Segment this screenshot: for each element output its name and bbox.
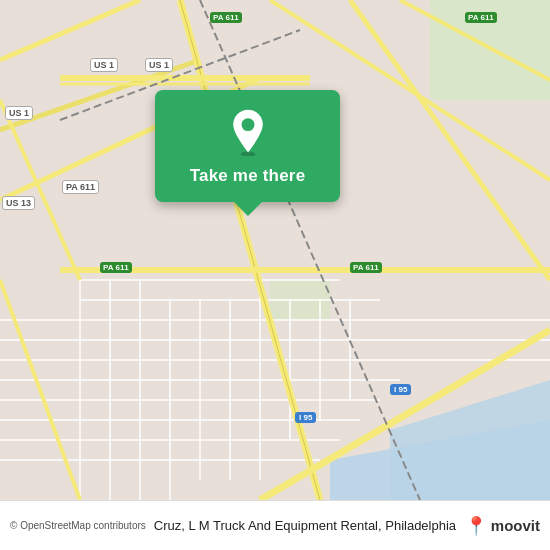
moovit-pin-icon: 📍 xyxy=(465,515,487,537)
location-pin-icon xyxy=(224,108,272,156)
road-label-us13: US 13 xyxy=(2,196,35,210)
moovit-brand-text: moovit xyxy=(491,517,540,534)
road-label-us1-left: US 1 xyxy=(5,106,33,120)
road-label-pa611-top: PA 611 xyxy=(210,12,242,23)
road-label-i95-1: I 95 xyxy=(390,384,411,395)
location-name: Cruz, L M Truck And Equipment Rental, Ph… xyxy=(154,518,465,533)
map-container: PA 611 PA 611 PA 611 PA 611 PA 611 US 1 … xyxy=(0,0,550,500)
road-label-i95-2: I 95 xyxy=(295,412,316,423)
copyright-text: © OpenStreetMap contributors xyxy=(10,520,146,531)
road-label-pa611-mid: PA 611 xyxy=(100,262,132,273)
take-me-there-button[interactable]: Take me there xyxy=(190,166,306,186)
map-popup[interactable]: Take me there xyxy=(155,90,340,202)
moovit-logo: 📍 moovit xyxy=(465,515,540,537)
road-label-pa611-left: PA 611 xyxy=(62,180,99,194)
road-label-us1-2: US 1 xyxy=(145,58,173,72)
svg-point-43 xyxy=(241,118,254,131)
road-label-pa611-topright: PA 611 xyxy=(465,12,497,23)
road-label-us1-1: US 1 xyxy=(90,58,118,72)
bottom-bar: © OpenStreetMap contributors Cruz, L M T… xyxy=(0,500,550,550)
road-label-pa611-right: PA 611 xyxy=(350,262,382,273)
